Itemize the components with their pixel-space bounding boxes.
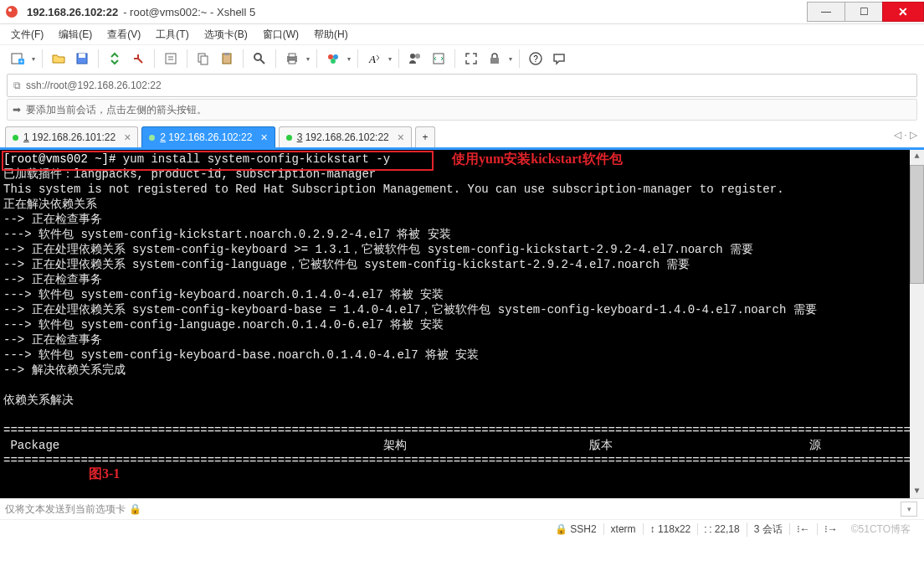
tab-bar: 1 192.168.26.101:22 × 2 192.168.26.102:2…: [5, 126, 919, 147]
watermark-text: ©51CTO博客: [844, 522, 917, 537]
properties-icon[interactable]: [160, 48, 182, 69]
session-tab-2[interactable]: 2 192.168.26.102:22 ×: [141, 126, 275, 147]
help-icon[interactable]: ?: [525, 48, 547, 69]
svg-point-21: [415, 54, 420, 59]
svg-point-0: [6, 6, 18, 18]
svg-point-12: [254, 54, 261, 60]
find-icon[interactable]: [249, 48, 270, 69]
minimize-button[interactable]: —: [807, 2, 845, 22]
session-tab-3[interactable]: 3 192.168.26.102:22 ×: [279, 126, 412, 147]
status-num-icon[interactable]: ⁝→: [817, 523, 844, 535]
title-bar: 192.168.26.102:22 - root@vms002:~ - Xshe…: [0, 0, 924, 24]
menu-help[interactable]: 帮助(H): [311, 26, 351, 44]
send-lock-icon[interactable]: 🔒: [129, 503, 141, 515]
close-button[interactable]: ✕: [882, 2, 924, 22]
svg-point-18: [331, 59, 336, 64]
svg-rect-7: [166, 54, 176, 64]
annotation-label-cmd: 使用yum安装kickstart软件包: [452, 152, 623, 167]
address-bar[interactable]: ⧉ ssh://root@192.168.26.102:22: [7, 74, 917, 97]
color-dropdown-icon[interactable]: ▾: [346, 55, 352, 63]
font-icon[interactable]: A: [363, 48, 385, 69]
new-dropdown-icon[interactable]: ▾: [30, 55, 37, 63]
svg-rect-14: [289, 54, 295, 57]
svg-point-1: [8, 8, 12, 12]
tab-close-icon[interactable]: ×: [398, 131, 404, 144]
app-icon: [5, 5, 18, 18]
svg-rect-23: [490, 58, 499, 64]
menu-file[interactable]: 文件(F): [8, 26, 46, 44]
status-proto: 🔒 SSH2: [548, 523, 603, 535]
hint-text: 要添加当前会话，点击左侧的箭头按钮。: [26, 103, 207, 117]
window-title-sub: - root@vms002:~ - Xshell 5: [123, 6, 255, 18]
svg-rect-15: [289, 60, 295, 64]
scroll-up-icon[interactable]: ▲: [914, 150, 919, 163]
tab-close-icon[interactable]: ×: [260, 131, 267, 144]
menu-tab[interactable]: 选项卡(B): [202, 26, 250, 44]
menu-view[interactable]: 查看(V): [105, 26, 143, 44]
send-bar[interactable]: 仅将文本发送到当前选项卡 🔒 ▾: [0, 498, 924, 519]
users-icon[interactable]: [404, 48, 426, 69]
lock-icon[interactable]: [484, 48, 506, 69]
svg-rect-11: [224, 53, 229, 55]
open-session-icon[interactable]: [48, 48, 69, 69]
maximize-button[interactable]: ☐: [844, 2, 883, 22]
copy-icon[interactable]: [192, 48, 214, 69]
paste-icon[interactable]: [216, 48, 238, 69]
session-tab-1[interactable]: 1 192.168.26.101:22 ×: [5, 126, 138, 147]
status-term: xterm: [603, 523, 643, 535]
status-dot-icon: [149, 135, 155, 141]
svg-text:?: ?: [533, 54, 538, 64]
svg-rect-6: [79, 54, 85, 58]
color-icon[interactable]: [322, 48, 344, 69]
session-indicator-icon: ⧉: [8, 76, 26, 95]
annotation-label-figure: 图3-1: [89, 466, 120, 481]
reconnect-icon[interactable]: [104, 48, 126, 69]
scroll-down-icon[interactable]: ▼: [914, 485, 919, 498]
print-icon[interactable]: [281, 48, 303, 69]
svg-point-17: [333, 54, 338, 59]
script-icon[interactable]: [428, 48, 449, 69]
tab-nav-arrows[interactable]: ◁ · ▷: [894, 129, 917, 141]
svg-rect-9: [201, 56, 208, 64]
chat-icon[interactable]: [548, 48, 570, 69]
menu-bar: 文件(F) 编辑(E) 查看(V) 工具(T) 选项卡(B) 窗口(W) 帮助(…: [0, 24, 924, 44]
status-sessions: 3 会话: [747, 522, 789, 537]
menu-window[interactable]: 窗口(W): [260, 26, 301, 44]
svg-rect-22: [434, 54, 444, 64]
disconnect-icon[interactable]: [127, 48, 149, 69]
send-dropdown-icon[interactable]: ▾: [901, 502, 917, 517]
fullscreen-icon[interactable]: [460, 48, 482, 69]
scroll-thumb[interactable]: [910, 165, 924, 284]
tab-close-icon[interactable]: ×: [124, 131, 131, 144]
hint-arrow-icon[interactable]: ➡: [8, 104, 26, 116]
menu-tools[interactable]: 工具(T): [153, 26, 191, 44]
svg-text:+: +: [19, 58, 23, 65]
window-title-host: 192.168.26.102:22: [27, 6, 118, 18]
hint-bar: ➡ 要添加当前会话，点击左侧的箭头按钮。: [7, 99, 917, 121]
address-text[interactable]: ssh://root@192.168.26.102:22: [26, 80, 162, 91]
svg-text:A: A: [368, 53, 376, 65]
send-bar-text: 仅将文本发送到当前选项卡: [5, 502, 126, 517]
print-dropdown-icon[interactable]: ▾: [305, 55, 311, 63]
status-pos: ⸬ 22,18: [697, 523, 746, 535]
terminal-pane[interactable]: [root@vms002 ~]# yum install system-conf…: [0, 150, 924, 498]
status-caps-icon[interactable]: ⁝←: [789, 523, 817, 535]
font-dropdown-icon[interactable]: ▾: [387, 55, 393, 63]
svg-point-16: [328, 54, 333, 59]
new-tab-button[interactable]: +: [415, 126, 435, 147]
status-dot-icon: [286, 135, 292, 141]
main-toolbar: + ▾ ▾ ▾ A ▾ ▾ ?: [0, 44, 924, 72]
lock-dropdown-icon[interactable]: ▾: [507, 55, 514, 63]
status-dot-icon: [13, 135, 18, 141]
status-size: ↕ 118x22: [643, 523, 698, 535]
save-session-icon[interactable]: [71, 48, 93, 69]
svg-point-20: [410, 54, 415, 59]
new-session-icon[interactable]: +: [7, 48, 28, 69]
menu-edit[interactable]: 编辑(E): [56, 26, 95, 44]
status-bar: 🔒 SSH2 xterm ↕ 118x22 ⸬ 22,18 3 会话 ⁝← ⁝→…: [0, 519, 924, 538]
terminal-scrollbar[interactable]: ▲ ▼: [910, 150, 924, 498]
